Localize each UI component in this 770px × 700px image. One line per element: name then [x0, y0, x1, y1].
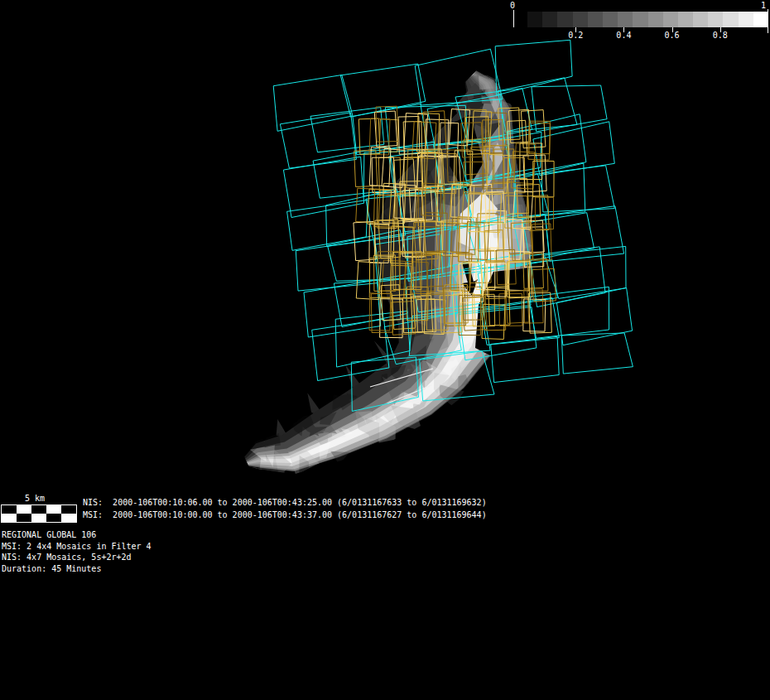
scale-bar-label: 5 km	[25, 494, 45, 504]
colorbar-step	[693, 12, 708, 27]
colorbar-left-tick	[513, 10, 514, 27]
colorbar-step	[542, 12, 557, 27]
nis-footprint	[541, 166, 614, 212]
scene-svg	[0, 0, 770, 700]
colorbar-step	[557, 12, 572, 27]
scale-bar-checker	[1, 504, 77, 523]
nis-footprint	[561, 333, 633, 374]
msi-footprint	[354, 150, 378, 186]
colorbar-step	[739, 12, 753, 27]
colorbar-max-label: 1	[761, 1, 766, 11]
colorbar-step	[723, 12, 738, 27]
checker-cell	[17, 505, 31, 514]
checker-cell	[31, 505, 46, 514]
colorbar-step	[573, 12, 588, 27]
colorbar-tick-label: 0.2	[568, 31, 583, 41]
info-block: REGIONAL GLOBAL 106 MSI: 2 4x4 Mosaics i…	[2, 529, 152, 574]
checker-cell	[17, 514, 31, 522]
nis-footprint	[556, 287, 632, 345]
nis-footprint	[340, 64, 426, 117]
checker-cell	[61, 505, 76, 514]
colorbar-step	[708, 12, 723, 27]
colorbar-tick-label: 0.8	[713, 31, 728, 41]
colorbar-step	[648, 12, 663, 27]
colorbar-tick-label: 0.4	[616, 31, 631, 41]
viewport: 0 1 0.20.40.60.8 5 km NIS: 2000-106T00:1…	[0, 0, 770, 700]
nis-footprint	[273, 75, 353, 132]
checker-cell	[31, 514, 46, 522]
nis-footprint	[283, 157, 363, 217]
checker-cell	[61, 514, 76, 522]
colorbar-step	[663, 12, 678, 27]
nis-footprint	[310, 108, 384, 152]
info-msi-summary: MSI: 2 4x4 Mosaics in Filter 4	[2, 541, 152, 553]
info-nis-summary: NIS: 4x7 Mosaics, 5s+2r+2d	[2, 552, 152, 563]
nis-footprint	[287, 200, 368, 250]
colorbar-gradient	[527, 12, 768, 27]
checker-cell	[2, 514, 17, 522]
checker-cell	[2, 505, 17, 514]
checker-cell	[46, 514, 61, 522]
checker-cell	[46, 505, 61, 514]
info-title: REGIONAL GLOBAL 106	[2, 529, 152, 541]
colorbar-step	[603, 12, 618, 27]
colorbar-step	[588, 12, 603, 27]
info-duration: Duration: 45 Minutes	[2, 563, 152, 575]
colorbar-tick-label: 0.6	[665, 31, 680, 41]
status-line-nis: NIS: 2000-106T00:10:06.00 to 2000-106T00…	[83, 498, 487, 508]
colorbar-step	[618, 12, 633, 27]
colorbar-step	[678, 12, 693, 27]
colorbar-step	[527, 12, 542, 27]
status-line-msi: MSI: 2000-106T00:10:00.00 to 2000-106T00…	[83, 510, 487, 520]
colorbar-step	[753, 12, 768, 27]
colorbar-step	[633, 12, 647, 27]
